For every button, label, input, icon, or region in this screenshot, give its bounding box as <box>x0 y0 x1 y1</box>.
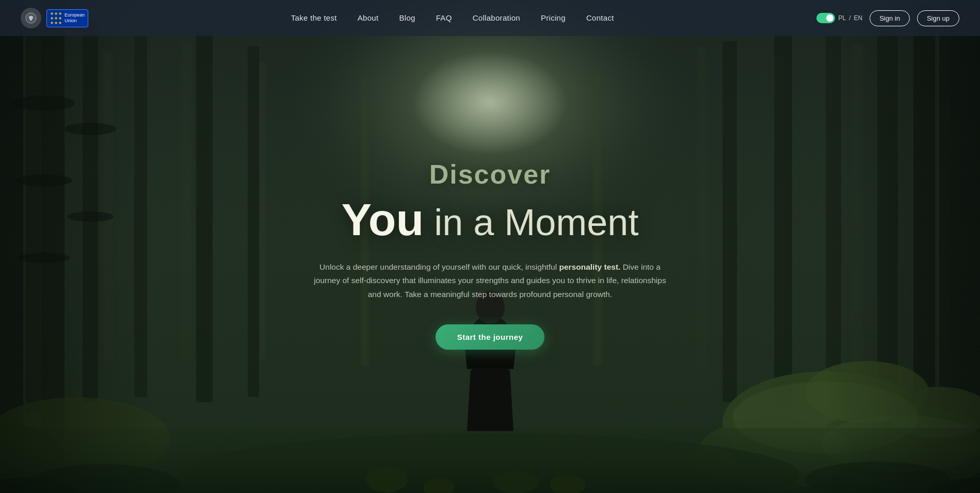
hero-title-rest: in a Moment <box>424 202 638 243</box>
nav-item-faq[interactable]: FAQ <box>436 13 452 23</box>
nav-link-about[interactable]: About <box>358 13 379 22</box>
lang-separator: / <box>849 14 850 22</box>
nav-item-blog[interactable]: Blog <box>399 13 415 23</box>
nav-link-contact[interactable]: Contact <box>586 13 614 22</box>
nav-link-pricing[interactable]: Pricing <box>541 13 566 22</box>
hero-title: You in a Moment <box>342 195 639 245</box>
navbar: ★★★★★★★★★ European Union Take the test A… <box>0 0 980 36</box>
nav-link-take-test[interactable]: Take the test <box>291 13 337 22</box>
nav-item-take-test[interactable]: Take the test <box>291 13 337 23</box>
nav-item-about[interactable]: About <box>358 13 379 23</box>
language-toggle[interactable]: PL / EN <box>816 13 862 23</box>
lang-pl: PL <box>838 14 846 22</box>
nav-links: Take the test About Blog FAQ Collaborati… <box>291 13 614 23</box>
hero-content: Discover You in a Moment Unlock a deeper… <box>0 0 980 493</box>
signin-button[interactable]: Sign in <box>870 10 910 26</box>
eu-text: European Union <box>65 12 85 24</box>
hero-desc-normal: Unlock a deeper understanding of yoursel… <box>319 262 559 271</box>
signup-button[interactable]: Sign up <box>917 10 959 26</box>
start-journey-button[interactable]: Start the journey <box>436 324 545 350</box>
logo[interactable]: ★★★★★★★★★ European Union <box>21 8 88 28</box>
hero-section: Discover You in a Moment Unlock a deeper… <box>0 0 980 493</box>
hero-title-you: You <box>342 194 424 245</box>
lang-switch[interactable] <box>816 13 835 23</box>
nav-item-contact[interactable]: Contact <box>586 13 614 23</box>
hero-description: Unlock a deeper understanding of yoursel… <box>312 260 668 301</box>
nav-right: PL / EN Sign in Sign up <box>816 10 959 26</box>
lang-switch-knob <box>826 14 833 22</box>
nav-item-collaboration[interactable]: Collaboration <box>473 13 520 23</box>
nav-link-faq[interactable]: FAQ <box>436 13 452 22</box>
nav-link-collaboration[interactable]: Collaboration <box>473 13 520 22</box>
lang-en: EN <box>854 14 862 22</box>
hero-discover-text: Discover <box>429 159 551 190</box>
eu-logo: ★★★★★★★★★ European Union <box>46 9 88 27</box>
eu-flag-icon: ★★★★★★★★★ <box>50 11 62 25</box>
hero-desc-bold: personality test. <box>559 262 620 271</box>
nav-item-pricing[interactable]: Pricing <box>541 13 566 23</box>
brand-logo-icon <box>21 8 41 28</box>
nav-link-blog[interactable]: Blog <box>399 13 415 22</box>
